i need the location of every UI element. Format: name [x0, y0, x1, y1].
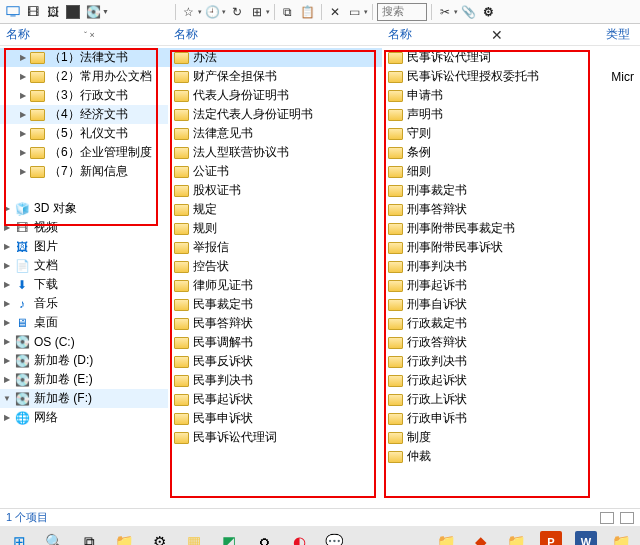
- folder-item[interactable]: 刑事附带民事裁定书: [382, 219, 600, 238]
- folder-item[interactable]: 刑事裁定书: [382, 181, 600, 200]
- folder-item[interactable]: 控告状: [168, 257, 382, 276]
- film-icon[interactable]: 🎞: [24, 3, 42, 21]
- folder-item[interactable]: 民事诉讼代理词: [382, 48, 600, 67]
- app-icon-2[interactable]: ◐: [282, 528, 316, 545]
- tree-item[interactable]: ▶🖥桌面: [0, 313, 168, 332]
- folder-item[interactable]: 刑事答辩状: [382, 200, 600, 219]
- refresh-icon[interactable]: ↻: [228, 3, 246, 21]
- folder-item[interactable]: 行政判决书: [382, 352, 600, 371]
- expand-icon[interactable]: ▶: [2, 223, 12, 232]
- view-icons-icon[interactable]: [620, 512, 634, 524]
- app-running-3[interactable]: 📁: [499, 528, 533, 545]
- folder-item[interactable]: ▶（6）企业管理制度: [0, 143, 168, 162]
- dropdown-icon[interactable]: ▼: [102, 8, 109, 15]
- folder-item[interactable]: 律师见证书: [168, 276, 382, 295]
- expand-icon[interactable]: ▶: [2, 413, 12, 422]
- folder-item[interactable]: ▶（2）常用办公文档: [0, 67, 168, 86]
- paste-icon[interactable]: 📋: [299, 3, 317, 21]
- expand-icon[interactable]: ▶: [2, 375, 12, 384]
- settings-icon[interactable]: ⚙: [480, 3, 498, 21]
- expand-icon[interactable]: ▶: [2, 337, 12, 346]
- delete-icon[interactable]: ✕: [326, 3, 344, 21]
- app-running-1[interactable]: 📁: [429, 528, 463, 545]
- tree-item[interactable]: ▶📄文档: [0, 256, 168, 275]
- folder-item[interactable]: 代表人身份证明书: [168, 86, 382, 105]
- column-header-name[interactable]: 名称 ✕: [382, 24, 600, 46]
- expand-icon[interactable]: ▶: [2, 261, 12, 270]
- expand-icon[interactable]: ▶: [18, 72, 28, 81]
- tree-item[interactable]: ▼💽新加卷 (F:): [0, 389, 168, 408]
- disk-icon[interactable]: 💽: [84, 3, 102, 21]
- powerpoint-icon[interactable]: P: [534, 528, 568, 545]
- folder-item[interactable]: 民事调解书: [168, 333, 382, 352]
- filter-icon[interactable]: ˇ ×: [84, 30, 162, 40]
- folder-item[interactable]: 法律意见书: [168, 124, 382, 143]
- tree-item[interactable]: ▶🧊3D 对象: [0, 199, 168, 218]
- word-icon[interactable]: W: [569, 528, 603, 545]
- folder-item[interactable]: 行政起诉状: [382, 371, 600, 390]
- expand-icon[interactable]: ▶: [2, 242, 12, 251]
- folder-item[interactable]: 规则: [168, 219, 382, 238]
- folder-item[interactable]: 刑事起诉书: [382, 276, 600, 295]
- tree-item[interactable]: ▶⬇下载: [0, 275, 168, 294]
- settings-tb-icon[interactable]: ⚙: [142, 528, 176, 545]
- folder-item[interactable]: 行政答辩状: [382, 333, 600, 352]
- tree-item[interactable]: ▶🖼图片: [0, 237, 168, 256]
- star-icon[interactable]: ☆: [180, 3, 198, 21]
- expand-icon[interactable]: ▶: [18, 148, 28, 157]
- column-header-name[interactable]: 名称: [168, 24, 382, 46]
- folder-item[interactable]: 申请书: [382, 86, 600, 105]
- folder-item[interactable]: ▶（7）新闻信息: [0, 162, 168, 181]
- view-details-icon[interactable]: [600, 512, 614, 524]
- folder-item[interactable]: ▶（1）法律文书: [0, 48, 168, 67]
- explorer-icon[interactable]: 📁: [107, 528, 141, 545]
- folder-item[interactable]: 民事诉讼代理授权委托书: [382, 67, 600, 86]
- folder-item[interactable]: 守则: [382, 124, 600, 143]
- search-input[interactable]: 搜索: [377, 3, 427, 21]
- folder-item[interactable]: 民事判决书: [168, 371, 382, 390]
- folder-item[interactable]: 条例: [382, 143, 600, 162]
- folder-item[interactable]: 声明书: [382, 105, 600, 124]
- folder-item[interactable]: 刑事自诉状: [382, 295, 600, 314]
- small-square-icon[interactable]: [64, 3, 82, 21]
- folder-item[interactable]: 举报信: [168, 238, 382, 257]
- tree-item[interactable]: ▶♪音乐: [0, 294, 168, 313]
- sticky-notes-icon[interactable]: ▦: [177, 528, 211, 545]
- folder-item[interactable]: 民事诉讼代理词: [168, 428, 382, 447]
- folder-item[interactable]: 民事反诉状: [168, 352, 382, 371]
- tree-item[interactable]: ▶🎞视频: [0, 218, 168, 237]
- tree-item[interactable]: ▶💽OS (C:): [0, 332, 168, 351]
- expand-icon[interactable]: ▶: [2, 280, 12, 289]
- task-view-icon[interactable]: ⧉: [72, 528, 106, 545]
- expand-icon[interactable]: ▶: [2, 318, 12, 327]
- folder-item[interactable]: 行政上诉状: [382, 390, 600, 409]
- folder-item[interactable]: 刑事附带民事诉状: [382, 238, 600, 257]
- picture-icon[interactable]: 🖼: [44, 3, 62, 21]
- tree-item[interactable]: ▶💽新加卷 (D:): [0, 351, 168, 370]
- folder-item[interactable]: ▶（4）经济文书: [0, 105, 168, 124]
- expand-icon[interactable]: ▶: [2, 204, 12, 213]
- folder-item[interactable]: 民事答辩状: [168, 314, 382, 333]
- column-header-type[interactable]: 类型: [600, 24, 640, 46]
- folder-item[interactable]: 仲裁: [382, 447, 600, 466]
- chrome-icon[interactable]: ⭘: [247, 528, 281, 545]
- folder-item[interactable]: 刑事判决书: [382, 257, 600, 276]
- folder-item[interactable]: 民事起诉状: [168, 390, 382, 409]
- start-button[interactable]: ⊞: [2, 528, 36, 545]
- clock-icon[interactable]: 🕘: [204, 3, 222, 21]
- copy-icon[interactable]: ⧉: [279, 3, 297, 21]
- folder-item[interactable]: 股权证书: [168, 181, 382, 200]
- app-icon-3[interactable]: 💬: [317, 528, 351, 545]
- folder-item[interactable]: 规定: [168, 200, 382, 219]
- folder-item[interactable]: 财产保全担保书: [168, 67, 382, 86]
- folder-item[interactable]: 细则: [382, 162, 600, 181]
- tree-item[interactable]: ▶🌐网络: [0, 408, 168, 427]
- folder-item[interactable]: 办法: [168, 48, 382, 67]
- folder-item[interactable]: 民事裁定书: [168, 295, 382, 314]
- folder-item[interactable]: 行政申诉书: [382, 409, 600, 428]
- expand-icon[interactable]: ▶: [18, 167, 28, 176]
- search-taskbar-icon[interactable]: 🔍: [37, 528, 71, 545]
- expand-icon[interactable]: ▶: [2, 356, 12, 365]
- folder-item[interactable]: 法人型联营协议书: [168, 143, 382, 162]
- expand-icon[interactable]: ▶: [18, 91, 28, 100]
